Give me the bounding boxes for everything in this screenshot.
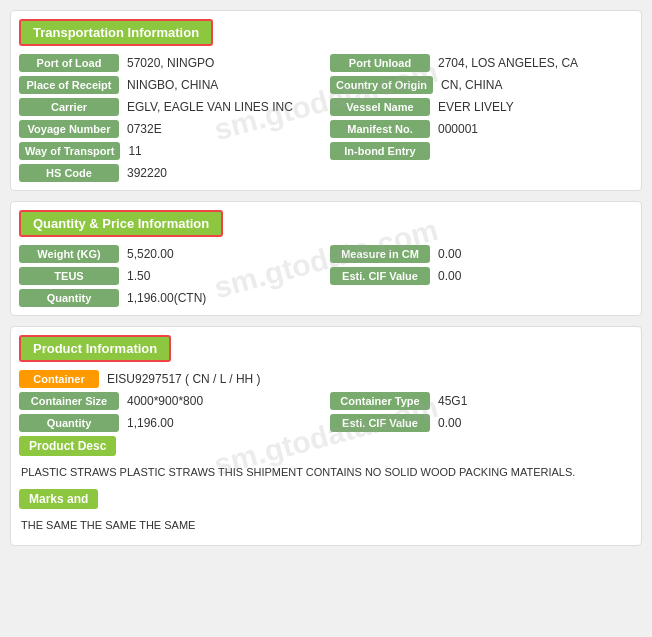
transportation-card: sm.gtodata.com Transportation Informatio…: [10, 10, 642, 191]
container-badge-label: Container: [19, 370, 99, 388]
weight-label: Weight (KG): [19, 245, 119, 263]
way-of-transport-row: Way of Transport 11: [19, 142, 322, 160]
qp-quantity-row: Quantity 1,196.00(CTN): [19, 289, 322, 307]
teus-row: TEUS 1.50: [19, 267, 322, 285]
product-desc-text: PLASTIC STRAWS PLASTIC STRAWS THIS SHIPM…: [19, 460, 633, 485]
container-size-row: Container Size 4000*900*800: [19, 392, 322, 410]
measure-in-cm-value: 0.00: [434, 245, 465, 263]
hs-code-value: 392220: [123, 164, 171, 182]
teus-value: 1.50: [123, 267, 154, 285]
container-type-row: Container Type 45G1: [330, 392, 633, 410]
port-of-load-value: 57020, NINGPO: [123, 54, 218, 72]
prod-esti-cif-label: Esti. CIF Value: [330, 414, 430, 432]
product-desc-header: Product Desc: [19, 436, 116, 456]
container-type-value: 45G1: [434, 392, 471, 410]
quantity-price-card: sm.gtodata.com Quantity & Price Informat…: [10, 201, 642, 316]
country-of-origin-row: Country of Origin CN, CHINA: [330, 76, 633, 94]
measure-in-cm-label: Measure in CM: [330, 245, 430, 263]
voyage-number-label: Voyage Number: [19, 120, 119, 138]
container-row: Container EISU9297517 ( CN / L / HH ): [19, 370, 633, 388]
vessel-name-value: EVER LIVELY: [434, 98, 518, 116]
country-of-origin-label: Country of Origin: [330, 76, 433, 94]
carrier-row: Carrier EGLV, EAGLE VAN LINES INC: [19, 98, 322, 116]
carrier-label: Carrier: [19, 98, 119, 116]
manifest-no-row: Manifest No. 000001: [330, 120, 633, 138]
prod-quantity-label: Quantity: [19, 414, 119, 432]
vessel-name-row: Vessel Name EVER LIVELY: [330, 98, 633, 116]
port-of-load-row: Port of Load 57020, NINGPO: [19, 54, 322, 72]
way-of-transport-label: Way of Transport: [19, 142, 120, 160]
weight-value: 5,520.00: [123, 245, 178, 263]
way-of-transport-value: 11: [124, 142, 145, 160]
port-of-unload-label: Port Unload: [330, 54, 430, 72]
place-of-receipt-label: Place of Receipt: [19, 76, 119, 94]
container-size-value: 4000*900*800: [123, 392, 207, 410]
container-value: EISU9297517 ( CN / L / HH ): [103, 370, 265, 388]
hs-code-row: HS Code 392220: [19, 164, 322, 182]
qp-quantity-label: Quantity: [19, 289, 119, 307]
country-of-origin-value: CN, CHINA: [437, 76, 506, 94]
esti-cif-value: 0.00: [434, 267, 465, 285]
port-of-unload-row: Port Unload 2704, LOS ANGELES, CA: [330, 54, 633, 72]
place-of-receipt-value: NINGBO, CHINA: [123, 76, 222, 94]
prod-quantity-row: Quantity 1,196.00: [19, 414, 322, 432]
in-bond-entry-label: In-bond Entry: [330, 142, 430, 160]
container-type-label: Container Type: [330, 392, 430, 410]
prod-esti-cif-row: Esti. CIF Value 0.00: [330, 414, 633, 432]
product-header: Product Information: [19, 335, 171, 362]
prod-esti-cif-value: 0.00: [434, 414, 465, 432]
manifest-no-value: 000001: [434, 120, 482, 138]
port-of-load-label: Port of Load: [19, 54, 119, 72]
vessel-name-label: Vessel Name: [330, 98, 430, 116]
container-size-label: Container Size: [19, 392, 119, 410]
port-of-unload-value: 2704, LOS ANGELES, CA: [434, 54, 582, 72]
manifest-no-label: Manifest No.: [330, 120, 430, 138]
teus-label: TEUS: [19, 267, 119, 285]
product-card: sm.gtodata.com Product Information Conta…: [10, 326, 642, 546]
transportation-header: Transportation Information: [19, 19, 213, 46]
esti-cif-row: Esti. CIF Value 0.00: [330, 267, 633, 285]
weight-row: Weight (KG) 5,520.00: [19, 245, 322, 263]
qp-quantity-value: 1,196.00(CTN): [123, 289, 210, 307]
quantity-price-header: Quantity & Price Information: [19, 210, 223, 237]
in-bond-entry-value: [434, 149, 442, 153]
esti-cif-label: Esti. CIF Value: [330, 267, 430, 285]
prod-quantity-value: 1,196.00: [123, 414, 178, 432]
voyage-number-row: Voyage Number 0732E: [19, 120, 322, 138]
place-of-receipt-row: Place of Receipt NINGBO, CHINA: [19, 76, 322, 94]
measure-in-cm-row: Measure in CM 0.00: [330, 245, 633, 263]
voyage-number-value: 0732E: [123, 120, 166, 138]
marks-text: THE SAME THE SAME THE SAME: [19, 513, 633, 538]
marks-header: Marks and: [19, 489, 98, 509]
hs-code-label: HS Code: [19, 164, 119, 182]
carrier-value: EGLV, EAGLE VAN LINES INC: [123, 98, 297, 116]
in-bond-entry-row: In-bond Entry: [330, 142, 633, 160]
